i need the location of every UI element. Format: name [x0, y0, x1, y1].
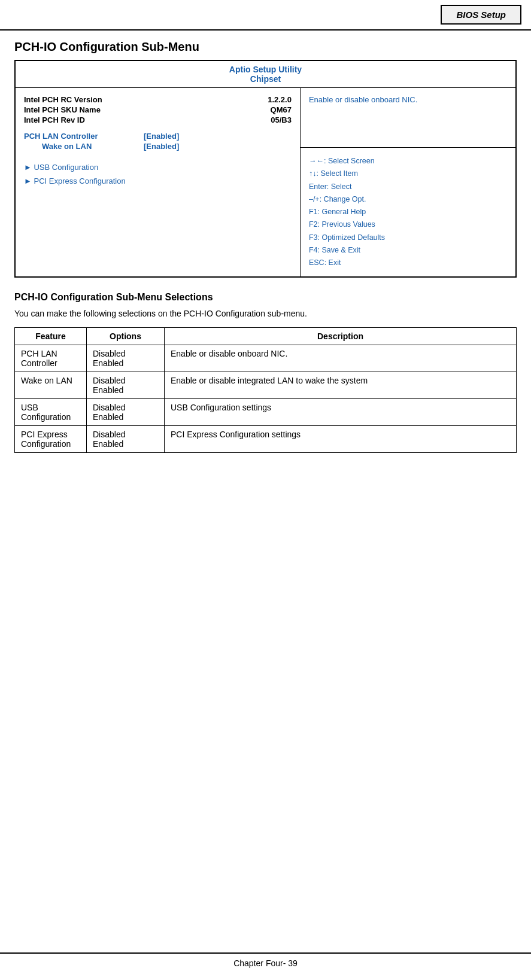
row-options-0: DisabledEnabled [87, 345, 165, 372]
row-feature-3: PCI Express Configuration [15, 426, 87, 453]
nav-key-6: F3: Optimized Defaults [309, 232, 507, 244]
page-title: PCH-IO Configuration Sub-Menu [14, 40, 517, 54]
nav-key-4: F1: General Help [309, 206, 507, 218]
col-options: Options [87, 328, 165, 345]
nav-key-3: –/+: Change Opt. [309, 193, 507, 206]
bios-header: Aptio Setup Utility Chipset [16, 61, 515, 88]
nav-key-1: ↑↓: Select Item [309, 168, 507, 180]
bios-header-line1: Aptio Setup Utility [229, 65, 302, 74]
row-options-3: DisabledEnabled [87, 426, 165, 453]
info-value-0: 1.2.2.0 [268, 95, 292, 104]
info-row-1: Intel PCH SKU Name QM67 [24, 105, 292, 114]
setting-lan-label: PCH LAN Controller [24, 132, 144, 141]
setting-lan-value: [Enabled] [144, 132, 179, 141]
page-footer: Chapter Four- 39 [0, 952, 531, 968]
info-label-1: Intel PCH SKU Name [24, 105, 101, 114]
nav-key-2: Enter: Select [309, 181, 507, 193]
info-row-2: Intel PCH Rev ID 05/B3 [24, 115, 292, 124]
row-feature-1: Wake on LAN [15, 372, 87, 399]
row-desc-2: USB Configuration settings [165, 399, 517, 426]
row-options-1: DisabledEnabled [87, 372, 165, 399]
submenu-usb[interactable]: ► USB Configuration [24, 163, 292, 172]
page-header: BIOS Setup [0, 0, 531, 31]
setting-wake-value: [Enabled] [144, 142, 179, 151]
bios-table: Aptio Setup Utility Chipset Intel PCH RC… [14, 60, 517, 278]
row-options-2: DisabledEnabled [87, 399, 165, 426]
table-row: PCH LAN Controller DisabledEnabled Enabl… [15, 345, 517, 372]
bios-header-line2: Chipset [250, 74, 281, 84]
footer-label: Chapter Four- 39 [233, 958, 298, 968]
nav-key-7: F4: Save & Exit [309, 244, 507, 257]
nav-key-8: ESC: Exit [309, 257, 507, 269]
nav-key-0: →←: Select Screen [309, 155, 507, 168]
bios-right-column: Enable or disable onboard NIC. →←: Selec… [301, 88, 515, 276]
setting-wake-label: Wake on LAN [42, 142, 144, 151]
col-description: Description [165, 328, 517, 345]
info-row-0: Intel PCH RC Version 1.2.2.0 [24, 95, 292, 104]
row-desc-1: Enable or disable integrated LAN to wake… [165, 372, 517, 399]
bios-help-content: Enable or disable onboard NIC. [309, 95, 417, 104]
nav-key-5: F2: Previous Values [309, 218, 507, 231]
col-feature: Feature [15, 328, 87, 345]
selections-table: Feature Options Description PCH LAN Cont… [14, 327, 517, 453]
info-label-2: Intel PCH Rev ID [24, 115, 85, 124]
table-row: Wake on LAN DisabledEnabled Enable or di… [15, 372, 517, 399]
bios-left-column: Intel PCH RC Version 1.2.2.0 Intel PCH S… [16, 88, 301, 276]
table-row: USB Configuration DisabledEnabled USB Co… [15, 399, 517, 426]
setting-lan-controller: PCH LAN Controller [Enabled] [24, 132, 292, 141]
row-desc-3: PCI Express Configuration settings [165, 426, 517, 453]
bios-help-text: Enable or disable onboard NIC. [301, 88, 515, 148]
setting-wake-on-lan: Wake on LAN [Enabled] [42, 142, 292, 151]
bios-setup-title: BIOS Setup [441, 5, 521, 25]
submenu-pci[interactable]: ► PCI Express Configuration [24, 176, 292, 185]
table-row: PCI Express Configuration DisabledEnable… [15, 426, 517, 453]
table-header-row: Feature Options Description [15, 328, 517, 345]
selections-desc: You can make the following selections on… [14, 308, 517, 320]
row-desc-0: Enable or disable onboard NIC. [165, 345, 517, 372]
row-feature-0: PCH LAN Controller [15, 345, 87, 372]
info-value-2: 05/B3 [271, 115, 292, 124]
bios-body: Intel PCH RC Version 1.2.2.0 Intel PCH S… [16, 88, 515, 276]
page-content: PCH-IO Configuration Sub-Menu Aptio Setu… [0, 31, 531, 477]
bios-nav-keys: →←: Select Screen ↑↓: Select Item Enter:… [301, 148, 515, 276]
selections-title: PCH-IO Configuration Sub-Menu Selections [14, 292, 517, 303]
row-feature-2: USB Configuration [15, 399, 87, 426]
info-label-0: Intel PCH RC Version [24, 95, 102, 104]
info-value-1: QM67 [271, 105, 292, 114]
